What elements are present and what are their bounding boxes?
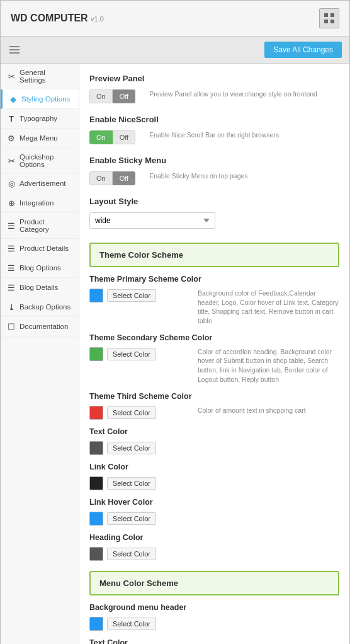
plus-circle-icon: ⊕ <box>7 198 16 207</box>
heading-color-select-btn[interactable]: Select Color <box>107 548 156 560</box>
layout-style-select[interactable]: wide boxed <box>89 212 215 229</box>
sticky-menu-heading: Enable Sticky Menu <box>89 156 339 165</box>
typography-icon: T <box>7 114 16 123</box>
theme-third-controls: Select Color <box>89 406 184 420</box>
link-color-swatch[interactable] <box>89 476 103 490</box>
link-color-title: Link Color <box>89 463 339 471</box>
app-window: WD COMPUTER v1.0 Save All Changes <box>0 0 350 644</box>
theme-primary-swatch[interactable] <box>89 289 103 302</box>
toolbar-left <box>8 43 21 56</box>
sidebar-item-backup-options[interactable]: ⤓ Backup Options <box>1 297 79 317</box>
settings-icon[interactable] <box>319 8 339 28</box>
theme-third-swatch[interactable] <box>89 406 103 420</box>
sidebar-item-general-settings[interactable]: ✂ General Settings <box>1 64 79 89</box>
sticky-menu-row: On Off Enable Sticky Menu on top pages <box>89 171 339 188</box>
theme-color-scheme-box: Theme Color Scheme <box>89 243 339 267</box>
sidebar-item-quickshop[interactable]: ✂ Quickshop Options <box>1 148 79 174</box>
sticky-menu-controls: On Off <box>89 171 135 188</box>
link-hover-color-controls: Select Color <box>89 512 184 526</box>
sticky-menu-on-btn[interactable]: On <box>89 171 113 185</box>
bg-menu-header-select-btn[interactable]: Select Color <box>107 618 156 630</box>
doc-icon: ☐ <box>7 322 16 331</box>
cut-icon: ✂ <box>7 156 16 165</box>
link-hover-color-row: Select Color <box>89 512 339 526</box>
theme-primary-row: Select Color Background color of Feedbac… <box>89 289 339 326</box>
nice-scroll-controls: On Off <box>89 130 135 147</box>
theme-primary-title: Theme Primary Scheme Color <box>89 275 339 284</box>
theme-color-scheme-label: Theme Color Scheme <box>99 250 183 260</box>
svg-rect-4 <box>9 46 20 47</box>
list3-icon: ☰ <box>7 263 16 272</box>
menu-color-scheme-label: Menu Color Scheme <box>99 578 178 588</box>
app-title: WD COMPUTER v1.0 <box>11 13 104 24</box>
layout-style-heading: Layout Style <box>89 197 339 206</box>
theme-third-desc: Color of amount text in shopping cart <box>198 406 339 415</box>
link-color-select-btn[interactable]: Select Color <box>107 477 156 490</box>
menu-text-color-title: Text Color <box>89 638 339 645</box>
sidebar-item-blog-details[interactable]: ☰ Blog Details <box>1 278 79 297</box>
svg-rect-2 <box>324 20 328 23</box>
theme-secondary-controls: Select Color <box>89 347 184 361</box>
gear-icon: ⚙ <box>7 134 16 142</box>
save-all-button[interactable]: Save All Changes <box>264 42 342 58</box>
preview-panel-off-btn[interactable]: Off <box>113 89 135 103</box>
link-color-row: Select Color <box>89 476 339 490</box>
toolbar: Save All Changes <box>1 37 349 64</box>
preview-panel-on-btn[interactable]: On <box>89 89 113 103</box>
menu-color-scheme-box: Menu Color Scheme <box>89 571 339 595</box>
text-color-row: Select Color <box>89 441 339 455</box>
download-icon: ⤓ <box>7 302 16 311</box>
theme-primary-controls: Select Color <box>89 289 184 302</box>
sidebar-item-product-category[interactable]: ☰ Product Category <box>1 213 79 239</box>
nice-scroll-row: On Off Enable Nice Scroll Bar on the rig… <box>89 130 339 147</box>
sidebar-item-styling-options[interactable]: ◆ Styling Options <box>1 89 79 109</box>
link-hover-color-select-btn[interactable]: Select Color <box>107 512 156 525</box>
list-icon: ☰ <box>7 221 16 230</box>
svg-rect-5 <box>9 49 20 50</box>
nice-scroll-off-btn[interactable]: Off <box>113 130 135 144</box>
sidebar-item-typography[interactable]: T Typography <box>1 109 79 129</box>
link-hover-color-title: Link Hover Color <box>89 498 339 507</box>
nice-scroll-desc: Enable Nice Scroll Bar on the right brow… <box>149 130 339 140</box>
sidebar-item-mega-menu[interactable]: ⚙ Mega Menu <box>1 129 79 148</box>
svg-rect-1 <box>330 13 334 17</box>
preview-panel-desc: Preview Panel allow you to view,change s… <box>149 89 339 99</box>
scissors-icon: ✂ <box>7 72 16 81</box>
bg-menu-header-controls: Select Color <box>89 617 184 631</box>
list4-icon: ☰ <box>7 283 16 292</box>
preview-panel-toggle: On Off <box>89 89 135 103</box>
theme-secondary-swatch[interactable] <box>89 347 103 361</box>
app-header: WD COMPUTER v1.0 <box>1 1 349 37</box>
sidebar-item-integration[interactable]: ⊕ Integration <box>1 193 79 213</box>
heading-color-row: Select Color <box>89 547 339 561</box>
content-panel: Preview Panel On Off Preview Panel allow… <box>79 64 349 644</box>
svg-rect-3 <box>330 20 334 23</box>
theme-primary-select-btn[interactable]: Select Color <box>107 289 156 302</box>
bg-menu-header-swatch[interactable] <box>89 617 103 631</box>
link-hover-color-swatch[interactable] <box>89 512 103 526</box>
theme-secondary-select-btn[interactable]: Select Color <box>107 348 156 360</box>
sidebar-item-advertisement[interactable]: ◎ Advertisement <box>1 174 79 193</box>
menu-icon <box>8 43 21 56</box>
sidebar-item-product-details[interactable]: ☰ Product Details <box>1 239 79 258</box>
theme-secondary-title: Theme Secondary Scheme Color <box>89 333 339 342</box>
sidebar-item-blog-options[interactable]: ☰ Blog Options <box>1 258 79 278</box>
theme-third-title: Theme Third Scheme Color <box>89 392 339 401</box>
sticky-menu-off-btn[interactable]: Off <box>113 171 135 185</box>
heading-color-swatch[interactable] <box>89 547 103 561</box>
preview-panel-row: On Off Preview Panel allow you to view,c… <box>89 89 339 106</box>
sidebar-item-documentation[interactable]: ☐ Documentation <box>1 317 79 336</box>
list2-icon: ☰ <box>7 244 16 253</box>
text-color-swatch[interactable] <box>89 441 103 455</box>
app-version: v1.0 <box>91 15 104 23</box>
preview-panel-heading: Preview Panel <box>89 74 339 83</box>
nice-scroll-on-btn[interactable]: On <box>89 130 113 144</box>
diamond-icon: ◆ <box>9 95 18 103</box>
theme-secondary-desc: Color of accordion heading. Background c… <box>198 347 339 384</box>
text-color-select-btn[interactable]: Select Color <box>107 442 156 454</box>
link-color-controls: Select Color <box>89 476 184 490</box>
svg-rect-6 <box>9 52 20 54</box>
theme-third-row: Select Color Color of amount text in sho… <box>89 406 339 420</box>
theme-third-select-btn[interactable]: Select Color <box>107 406 156 419</box>
text-color-title: Text Color <box>89 427 339 436</box>
